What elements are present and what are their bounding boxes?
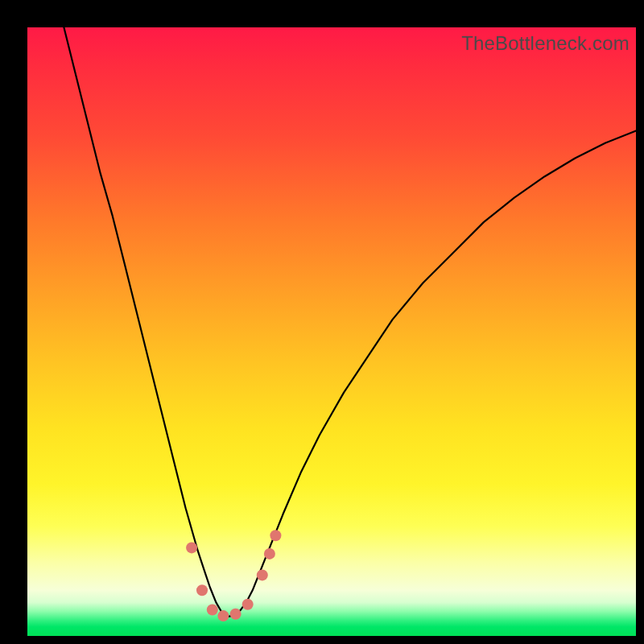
marker-dot <box>270 530 281 541</box>
marker-dot <box>207 605 218 616</box>
chart-svg <box>27 27 636 636</box>
marker-dot <box>217 610 229 621</box>
marker-dot <box>230 609 242 620</box>
marker-dot <box>196 584 208 596</box>
marker-dot <box>186 542 197 553</box>
marker-dot <box>257 569 268 580</box>
chart-frame: TheBottleneck.com <box>0 0 644 644</box>
plot-area: TheBottleneck.com <box>27 27 636 636</box>
bottleneck-curve <box>64 27 636 617</box>
highlight-markers <box>186 530 281 621</box>
marker-dot <box>242 599 254 610</box>
marker-dot <box>264 548 275 559</box>
